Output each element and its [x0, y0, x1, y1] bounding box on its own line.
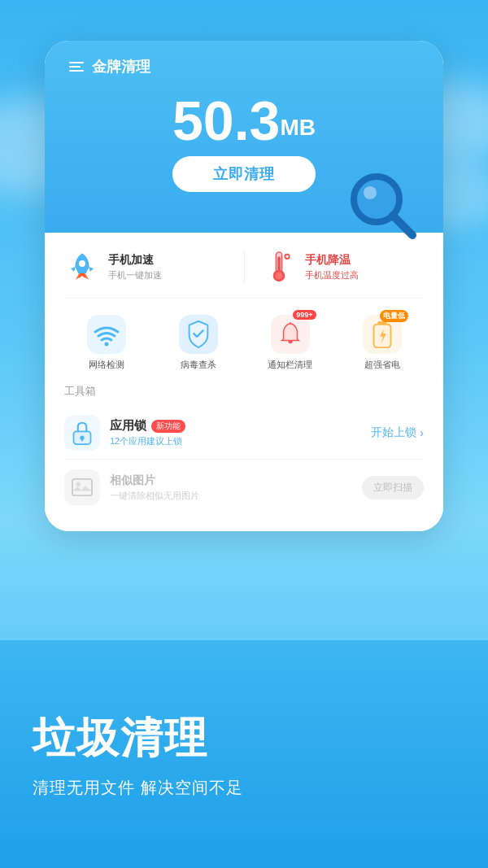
image-icon-wrap: [64, 469, 100, 505]
memory-value: 50.3: [172, 89, 280, 151]
battery-icon-box: 电量低: [363, 315, 402, 354]
app-title: 金牌清理: [92, 57, 150, 76]
chevron-right-icon: ›: [420, 426, 424, 439]
rocket-icon-wrap: [64, 249, 100, 285]
new-badge: 新功能: [151, 420, 185, 433]
app-lock-subtitle: 12个应用建议上锁: [110, 435, 185, 447]
menu-icon[interactable]: [69, 62, 84, 72]
notification-label: 通知栏清理: [268, 359, 312, 371]
svg-point-3: [364, 186, 377, 199]
battery-save-icon: [371, 320, 394, 349]
tools-grid: 网络检测 病毒查杀 999+: [64, 315, 424, 371]
thermometer-icon: [265, 251, 293, 283]
clean-button[interactable]: 立即清理: [172, 156, 316, 192]
cool-title: 手机降温: [305, 253, 359, 268]
svg-point-9: [285, 255, 289, 259]
toolbox-title: 工具箱: [64, 384, 424, 399]
tool-battery[interactable]: 电量低 超强省电: [340, 315, 424, 371]
start-lock-button[interactable]: 开始上锁 ›: [371, 425, 424, 440]
app-lock-text: 应用锁 新功能 12个应用建议上锁: [110, 418, 185, 447]
notification-icon-box: 999+: [271, 315, 310, 354]
memory-unit: MB: [280, 115, 316, 140]
network-icon-box: [87, 315, 126, 354]
lock-icon-wrap: [64, 415, 100, 451]
notification-badge: 999+: [293, 310, 316, 320]
svg-line-2: [393, 216, 412, 235]
tool-network[interactable]: 网络检测: [64, 315, 148, 371]
antivirus-icon-box: [179, 315, 218, 354]
bottom-title-text: 垃圾清理: [33, 714, 208, 761]
svg-point-17: [76, 482, 81, 487]
svg-rect-16: [72, 479, 92, 495]
cool-text: 手机降温 手机温度过高: [305, 253, 359, 281]
magnifier-icon: [346, 168, 419, 245]
similar-images-title: 相似图片: [110, 473, 199, 488]
quick-actions-row: 手机加速 手机一键加速 手机: [64, 249, 424, 299]
svg-rect-15: [81, 438, 83, 441]
phone-top-area: 金牌清理 50.3MB 立即清理: [45, 41, 443, 233]
battery-badge: 电量低: [380, 310, 408, 322]
tool-notification[interactable]: 999+ 通知栏清理: [248, 315, 332, 371]
wifi-icon: [92, 322, 121, 347]
speed-subtitle: 手机一键加速: [108, 269, 162, 281]
shield-icon: [185, 320, 211, 349]
quick-action-cool[interactable]: 手机降温 手机温度过高: [261, 249, 425, 285]
app-lock-row: 应用锁 新功能 12个应用建议上锁 开始上锁 ›: [64, 407, 424, 460]
svg-point-8: [275, 272, 282, 279]
speed-text: 手机加速 手机一键加速: [108, 253, 162, 281]
network-label: 网络检测: [89, 359, 124, 371]
speed-title: 手机加速: [108, 253, 162, 268]
rocket-icon: [66, 251, 98, 283]
svg-rect-6: [277, 256, 281, 271]
circle-decoration: [145, 718, 159, 733]
bottom-title-container: 垃圾清理: [33, 710, 208, 767]
cool-subtitle: 手机温度过高: [305, 269, 359, 281]
image-icon: [71, 478, 94, 497]
lock-icon: [71, 420, 94, 446]
similar-images-text: 相似图片 一键清除相似无用图片: [110, 473, 199, 502]
phone-body: 手机加速 手机一键加速 手机: [45, 233, 443, 531]
toolbox-section: 工具箱 应用锁 新功能 12个应用建议上锁: [64, 384, 424, 515]
tool-antivirus[interactable]: 病毒查杀: [156, 315, 240, 371]
bottom-subtitle: 清理无用文件 解决空间不足: [33, 777, 243, 799]
scan-button[interactable]: 立即扫描: [362, 476, 424, 499]
phone-card: 金牌清理 50.3MB 立即清理: [45, 41, 443, 531]
bottom-section: 垃圾清理 清理无用文件 解决空间不足: [0, 640, 488, 868]
svg-point-4: [79, 260, 85, 267]
thermometer-icon-wrap: [261, 249, 297, 285]
header-row: 金牌清理: [69, 57, 419, 76]
vertical-divider: [244, 251, 245, 283]
bell-icon: [278, 321, 303, 348]
quick-action-speed[interactable]: 手机加速 手机一键加速: [64, 249, 228, 285]
antivirus-label: 病毒查杀: [181, 359, 216, 371]
app-lock-title: 应用锁 新功能: [110, 418, 185, 434]
memory-display: 50.3MB: [69, 93, 419, 148]
battery-label: 超强省电: [364, 359, 400, 371]
similar-images-row: 相似图片 一键清除相似无用图片 立即扫描: [64, 460, 424, 515]
svg-point-10: [104, 342, 108, 347]
similar-images-subtitle: 一键清除相似无用图片: [110, 490, 199, 502]
